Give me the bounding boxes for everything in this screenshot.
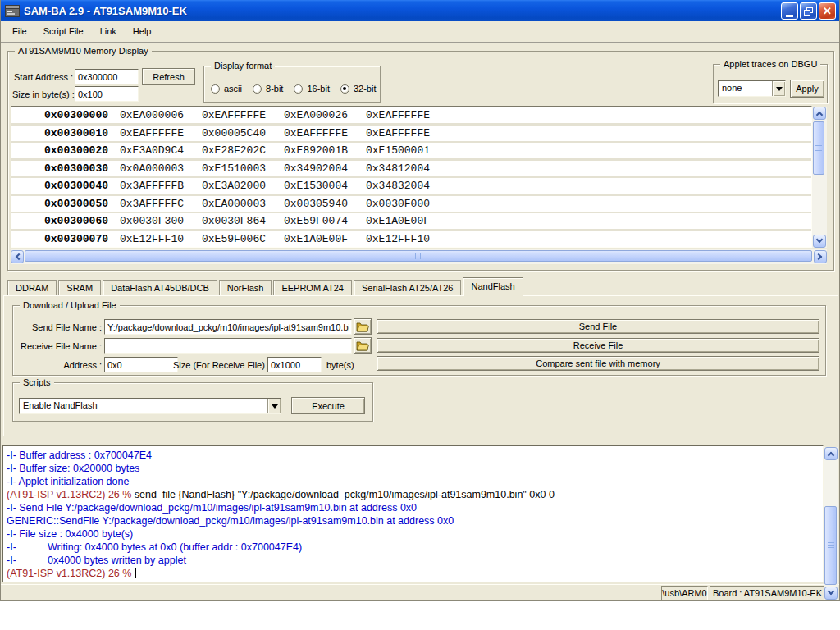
chevron-down-icon[interactable] [267,399,281,413]
tab-bar: DDRAMSRAMDataFlash AT45DB/DCBNorFlashEEP… [7,276,525,295]
title-bar: SAM-BA 2.9 - AT91SAM9M10-EK ✕ [1,0,839,21]
console-text: -I- File size : 0x4000 byte(s) [7,528,133,540]
radio-option-ascii[interactable]: ascii [211,84,242,94]
scroll-up-button[interactable] [824,447,838,460]
mem-value: 0xE12FFF10 [354,233,436,245]
vscroll-thumb[interactable] [824,506,837,585]
mem-address: 0x00300050 [11,198,108,210]
memory-vscrollbar[interactable] [812,107,827,248]
radio-option-16-bit[interactable]: 16-bit [294,84,330,94]
mem-address: 0x00300010 [11,127,108,139]
vscroll-thumb[interactable] [813,121,824,175]
address-input[interactable] [104,357,178,372]
console-text: -I- Buffer address : 0x700047E4 [7,450,152,461]
restore-button[interactable] [800,2,817,20]
console-text: (AT91-ISP v1.13RC2) 26 % [7,568,135,579]
send-file-name-input[interactable] [104,319,352,335]
mem-value: 0xE892001B [272,144,354,157]
tab-norflash[interactable]: NorFlash [219,280,272,295]
radio-16-bit-icon [294,84,303,94]
scroll-right-button[interactable] [814,250,827,263]
applet-traces-select[interactable]: none [718,80,786,97]
scroll-left-button[interactable] [11,250,24,263]
scripts-selected: Enable NandFlash [20,399,267,413]
menu-item-link[interactable]: Link [92,21,125,42]
receive-file-name-label: Receive File Name : [17,341,102,351]
execute-button[interactable]: Execute [291,397,365,414]
start-address-label: Start Address : [14,72,73,82]
radio-option-32-bit[interactable]: 32-bit [340,84,377,94]
menu-item-file[interactable]: File [4,21,35,42]
send-file-button[interactable]: Send File [377,319,819,334]
hscroll-thumb[interactable] [25,250,812,262]
browse-send-file-button[interactable] [354,318,372,335]
console-vscrollbar[interactable] [824,447,838,600]
radio-32-bit-icon [340,84,349,94]
compare-button[interactable]: Compare sent file with memory [377,356,819,371]
open-folder-icon [356,322,369,332]
console-line: -I- Writing: 0x4000 bytes at 0x0 (buffer… [7,541,823,554]
radio-option-8-bit[interactable]: 8-bit [253,84,283,94]
browse-receive-file-button[interactable] [354,337,372,354]
send-file-name-label: Send File Name : [17,322,102,332]
tab-sram[interactable]: SRAM [58,280,101,295]
open-folder-icon [356,340,369,351]
mem-value: 0xEAFFFFFE [108,127,190,139]
tab-ddram[interactable]: DDRAM [7,280,57,295]
console-line: -I- 0x4000 bytes written by applet [7,554,823,567]
menu-item-script-file[interactable]: Script File [35,21,92,42]
tab-serialflash-at25-at26[interactable]: SerialFlash AT25/AT26 [354,280,461,295]
memory-display-group-label: AT91SAM9M10 Memory Display [15,45,152,57]
mem-value: 0xE1500001 [354,144,436,157]
refresh-button[interactable]: Refresh [142,68,195,85]
size-for-receive-input[interactable] [267,357,322,372]
chevron-up-icon [828,452,834,459]
console-text: -I- Writing: 0x4000 bytes at 0x0 (buffer… [7,541,302,553]
receive-file-button[interactable]: Receive File [377,338,819,353]
menu-item-help[interactable]: Help [125,21,160,42]
memory-table: 0x003000000xEA0000060xEAFFFFFE0xEA000026… [11,106,812,248]
table-row: 0x003000400x3AFFFFFB0xE3A020000xE1530004… [11,178,811,194]
scroll-down-button[interactable] [813,235,826,248]
memory-hscrollbar[interactable] [11,249,827,264]
mem-value: 0xEAFFFFFE [190,109,272,121]
console-text: (AT91-ISP v1.13RC2) 26 % [7,489,135,500]
radio-label: 32-bit [354,84,377,94]
board-status: Board : AT91SAM9M10-EK [710,586,825,600]
console-text: -I- Send File Y:/package/download_pckg/m… [7,502,417,514]
console-text: send_file {NandFlash} "Y:/package/downlo… [135,489,555,500]
chevron-left-icon [16,253,22,260]
display-format-group-label: Display format [211,60,275,71]
mem-address: 0x00300000 [11,109,108,121]
tab-nandflash[interactable]: NandFlash [463,277,523,296]
mem-value: 0xE1A0E00F [354,215,436,227]
radio-8-bit-icon [253,84,262,94]
mem-value: 0xE3A02000 [190,180,272,192]
start-address-input[interactable] [75,69,139,84]
mem-value: 0xEAFFFFFE [272,127,354,139]
status-bar: \usb\ARM0 Board : AT91SAM9M10-EK [1,584,839,600]
table-row: 0x003000600x0030F3000x0030F8640xE59F0074… [11,213,811,229]
chevron-down-icon[interactable] [772,81,785,96]
close-icon: ✕ [823,6,832,16]
size-in-bytes-input[interactable] [75,86,139,102]
mem-value: 0x0030F864 [190,215,272,227]
console-output[interactable]: -I- Buffer address : 0x700047E4-I- Buffe… [2,445,824,582]
scroll-up-button[interactable] [813,107,826,120]
tab-eeprom-at24[interactable]: EEPROM AT24 [273,280,352,295]
console-line: -I- File size : 0x4000 byte(s) [7,527,823,541]
download-upload-group-label: Download / Upload File [20,299,120,311]
console-line: -I- Buffer size: 0x20000 bytes [7,462,823,475]
minimize-button[interactable] [781,2,798,20]
scripts-select[interactable]: Enable NandFlash [19,398,281,414]
close-button[interactable]: ✕ [819,2,836,20]
mem-address: 0x00300070 [11,233,108,245]
scroll-down-button[interactable] [824,587,838,600]
app-icon [5,5,20,17]
tab-dataflash-at45db-dcb[interactable]: DataFlash AT45DB/DCB [103,280,217,295]
mem-address: 0x00300030 [11,162,108,175]
receive-file-name-input[interactable] [104,338,352,354]
radio-ascii-icon [211,84,220,94]
applet-traces-selected: none [719,81,772,96]
apply-button[interactable]: Apply [790,80,824,98]
